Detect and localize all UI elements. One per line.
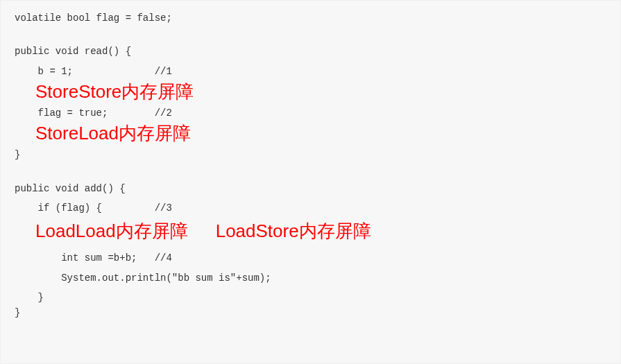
code-line-8: public void add() {	[15, 181, 606, 196]
annotation-storestore: StoreStore内存屏障	[35, 80, 606, 104]
code-line-10: int sum =b+b; //4	[15, 250, 606, 266]
annotation-storeload: StoreLoad内存屏障	[35, 122, 606, 146]
annotation-row-load: LoadLoad内存屏障 LoadStore内存屏障	[35, 218, 606, 245]
code-line-1: volatile bool flag = false;	[15, 10, 606, 26]
code-line-12: }	[15, 290, 606, 305]
code-line-5: flag = true; //2	[15, 105, 606, 121]
code-line-3: public void read() {	[15, 44, 606, 59]
annotation-loadload: LoadLoad内存屏障	[35, 220, 188, 243]
code-line-13: }	[15, 305, 606, 320]
code-line-11: System.out.println("bb sum is"+sum);	[15, 270, 606, 286]
code-line-4: b = 1; //1	[15, 64, 606, 79]
annotation-loadstore: LoadStore内存屏障	[216, 220, 371, 243]
code-line-6: }	[15, 147, 606, 162]
code-block: volatile bool flag = false; public void …	[0, 0, 621, 364]
code-line-9: if (flag) { //3	[15, 200, 606, 216]
